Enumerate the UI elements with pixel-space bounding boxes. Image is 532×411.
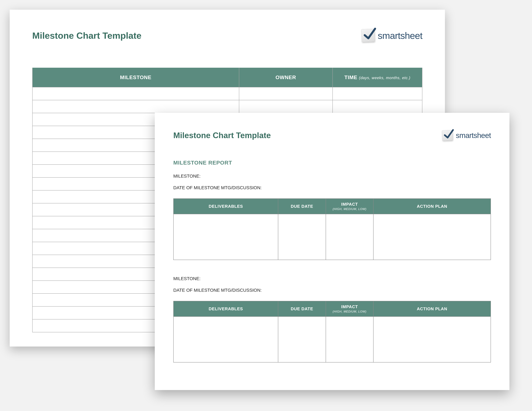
front-page: Milestone Chart Template smartsheet MILE…: [155, 113, 509, 390]
brand-checkmark-icon: [361, 29, 375, 42]
col-header-deliverables: DELIVERABLES: [173, 301, 278, 317]
col-header-impact-sub: (HIGH, MEDIUM, LOW): [326, 310, 373, 313]
cell-due-date[interactable]: [278, 214, 326, 260]
cell-impact[interactable]: [326, 317, 373, 362]
page-title: Milestone Chart Template: [32, 30, 141, 41]
col-header-impact: IMPACT (HIGH, MEDIUM, LOW): [326, 199, 373, 214]
report-table-row: [173, 214, 491, 260]
front-page-header: Milestone Chart Template smartsheet: [173, 126, 491, 145]
mtg-date-label: DATE OF MILESTONE MTG/DISCUSSION:: [173, 185, 491, 190]
col-header-deliverables: DELIVERABLES: [173, 199, 278, 214]
col-header-impact-label: IMPACT: [341, 202, 358, 207]
col-header-time-label: TIME: [344, 75, 357, 80]
milestone-label: MILESTONE:: [173, 276, 491, 281]
mtg-date-label: DATE OF MILESTONE MTG/DISCUSSION:: [173, 288, 491, 293]
report-table-header-row: DELIVERABLES DUE DATE IMPACT (HIGH, MEDI…: [173, 199, 491, 214]
brand-logo: smartsheet: [361, 29, 422, 42]
table-row: [32, 87, 422, 100]
col-header-impact: IMPACT (HIGH, MEDIUM, LOW): [326, 301, 373, 317]
report-table: DELIVERABLES DUE DATE IMPACT (HIGH, MEDI…: [173, 301, 491, 363]
col-header-due-date: DUE DATE: [278, 199, 326, 214]
report-table-header-row: DELIVERABLES DUE DATE IMPACT (HIGH, MEDI…: [173, 301, 491, 317]
table-row: [32, 100, 422, 113]
col-header-due-date: DUE DATE: [278, 301, 326, 317]
col-header-action-plan: ACTION PLAN: [373, 199, 491, 214]
col-header-impact-sub: (HIGH, MEDIUM, LOW): [326, 207, 373, 211]
col-header-impact-label: IMPACT: [341, 304, 358, 309]
col-header-action-plan: ACTION PLAN: [373, 301, 491, 317]
cell-action-plan[interactable]: [373, 214, 491, 260]
cell-action-plan[interactable]: [373, 317, 491, 362]
cell-impact[interactable]: [326, 214, 373, 260]
cell-owner[interactable]: [239, 87, 332, 100]
cell-deliverables[interactable]: [173, 214, 278, 260]
milestone-label: MILESTONE:: [173, 174, 491, 179]
report-table-row: [173, 317, 491, 362]
page-title: Milestone Chart Template: [173, 131, 271, 140]
back-page-header: Milestone Chart Template smartsheet: [32, 24, 422, 47]
brand-name: smartsheet: [378, 30, 422, 41]
col-header-time: TIME (days, weeks, months, etc.): [332, 68, 422, 87]
brand-logo: smartsheet: [442, 130, 491, 140]
col-header-time-sub: (days, weeks, months, etc.): [359, 75, 410, 80]
cell-deliverables[interactable]: [173, 317, 278, 362]
brand-name: smartsheet: [456, 131, 491, 140]
cell-time[interactable]: [332, 100, 422, 113]
cell-due-date[interactable]: [278, 317, 326, 362]
report-table: DELIVERABLES DUE DATE IMPACT (HIGH, MEDI…: [173, 198, 491, 260]
cell-owner[interactable]: [239, 100, 332, 113]
col-header-owner: OWNER: [239, 68, 332, 87]
cell-time[interactable]: [332, 87, 422, 100]
cell-milestone[interactable]: [32, 87, 239, 100]
milestone-table-header-row: MILESTONE OWNER TIME (days, weeks, month…: [32, 68, 422, 87]
col-header-milestone: MILESTONE: [32, 68, 239, 87]
cell-milestone[interactable]: [32, 100, 239, 113]
section-title: MILESTONE REPORT: [173, 159, 491, 166]
brand-checkmark-icon: [442, 130, 453, 141]
